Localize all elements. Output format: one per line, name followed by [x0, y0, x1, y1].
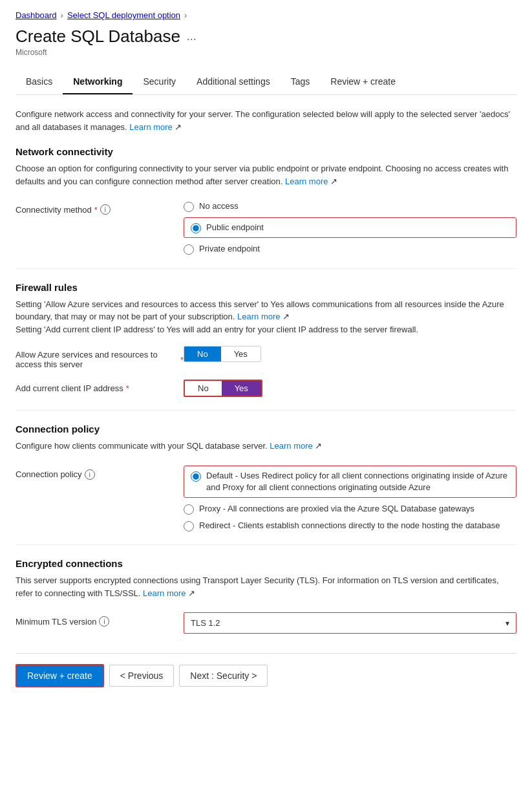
connection-policy-label: Connection policy i [16, 466, 184, 480]
radio-redirect-policy-label: Redirect - Clients establish connections… [199, 520, 500, 531]
page-title: Create SQL Database [16, 27, 180, 47]
radio-proxy-policy-label: Proxy - All connections are proxied via … [199, 503, 474, 515]
encrypted-connections-desc: This server supports encrypted connectio… [16, 574, 516, 599]
connectivity-radio-group: No access Public endpoint Private endpoi… [184, 200, 516, 255]
tls-version-control: TLS 1.0 TLS 1.1 TLS 1.2 ▾ [184, 612, 516, 634]
allow-azure-yes-btn[interactable]: Yes [221, 347, 261, 361]
firewall-learn-more[interactable]: Learn more [237, 312, 280, 321]
connection-policy-info[interactable]: i [85, 469, 95, 480]
breadcrumb-dashboard[interactable]: Dashboard [16, 10, 57, 20]
tab-bar: Basics Networking Security Additional se… [16, 70, 516, 95]
radio-public-endpoint-label: Public endpoint [206, 222, 264, 233]
radio-default-policy-label: Default - Uses Redirect policy for all c… [206, 470, 509, 493]
connection-policy-control: Default - Uses Redirect policy for all c… [184, 466, 516, 532]
tab-networking[interactable]: Networking [63, 70, 133, 94]
radio-redirect-policy[interactable]: Redirect - Clients establish connections… [184, 520, 516, 531]
network-connectivity-learn-more[interactable]: Learn more [285, 177, 328, 186]
radio-no-access-label: No access [199, 200, 239, 212]
tls-version-select[interactable]: TLS 1.0 TLS 1.1 TLS 1.2 [184, 613, 516, 633]
firewall-rules-title: Firewall rules [16, 282, 516, 293]
add-client-ip-yes-btn[interactable]: Yes [222, 381, 261, 396]
divider-1 [16, 268, 516, 269]
allow-azure-label: Allow Azure services and resources to ac… [16, 346, 184, 369]
connection-policy-row: Connection policy i Default - Uses Redir… [16, 466, 516, 532]
connectivity-method-control: No access Public endpoint Private endpoi… [184, 200, 516, 255]
divider-2 [16, 410, 516, 411]
tls-version-select-wrapper: TLS 1.0 TLS 1.1 TLS 1.2 ▾ [184, 612, 516, 634]
breadcrumb: Dashboard › Select SQL deployment option… [16, 10, 516, 20]
tab-additional-settings[interactable]: Additional settings [186, 70, 281, 94]
tab-review-create[interactable]: Review + create [320, 70, 406, 94]
connection-policy-radio-group: Default - Uses Redirect policy for all c… [184, 466, 516, 532]
breadcrumb-deployment[interactable]: Select SQL deployment option [67, 10, 180, 20]
radio-private-endpoint-label: Private endpoint [199, 243, 260, 255]
connection-policy-title: Connection policy [16, 424, 516, 435]
add-client-ip-no-btn[interactable]: No [185, 381, 222, 396]
intro-learn-more-link[interactable]: Learn more [129, 122, 172, 132]
footer-bar: Review + create < Previous Next : Securi… [16, 653, 516, 698]
allow-azure-no-btn[interactable]: No [184, 347, 221, 361]
tls-version-row: Minimum TLS version i TLS 1.0 TLS 1.1 TL… [16, 612, 516, 634]
tab-security[interactable]: Security [133, 70, 186, 94]
page-subtitle: Microsoft [16, 48, 516, 57]
connectivity-method-label: Connectivity method * i [16, 200, 184, 215]
connectivity-method-info[interactable]: i [100, 204, 111, 215]
add-client-ip-row: Add current client IP address * No Yes [16, 380, 516, 397]
encrypted-learn-more[interactable]: Learn more [143, 588, 186, 598]
network-connectivity-title: Network connectivity [16, 146, 516, 157]
allow-azure-control: No Yes [184, 346, 516, 362]
radio-default-policy[interactable]: Default - Uses Redirect policy for all c… [184, 466, 516, 498]
networking-intro: Configure network access and connectivit… [16, 108, 516, 133]
radio-private-endpoint[interactable]: Private endpoint [184, 243, 516, 255]
connectivity-method-row: Connectivity method * i No access Public… [16, 200, 516, 255]
previous-button[interactable]: < Previous [109, 665, 175, 687]
encrypted-connections-title: Encrypted connections [16, 558, 516, 569]
add-client-ip-label: Add current client IP address * [16, 380, 184, 393]
title-ellipsis[interactable]: ... [187, 30, 197, 43]
allow-azure-toggle[interactable]: No Yes [184, 346, 261, 362]
firewall-desc: Setting 'Allow Azure services and resour… [16, 298, 516, 336]
divider-3 [16, 544, 516, 545]
tab-tags[interactable]: Tags [281, 70, 321, 94]
tls-version-info[interactable]: i [99, 616, 109, 627]
tls-version-label: Minimum TLS version i [16, 612, 184, 627]
allow-azure-row: Allow Azure services and resources to ac… [16, 346, 516, 369]
connection-policy-desc: Configure how clients communicate with y… [16, 440, 516, 453]
add-client-ip-control: No Yes [184, 380, 516, 397]
add-client-ip-toggle[interactable]: No Yes [184, 380, 262, 397]
network-connectivity-desc: Choose an option for configuring connect… [16, 162, 516, 188]
radio-no-access[interactable]: No access [184, 200, 516, 212]
connection-policy-learn-more[interactable]: Learn more [270, 441, 312, 451]
radio-public-endpoint[interactable]: Public endpoint [184, 217, 516, 238]
radio-proxy-policy[interactable]: Proxy - All connections are proxied via … [184, 503, 516, 515]
next-security-button[interactable]: Next : Security > [179, 665, 268, 687]
review-create-button[interactable]: Review + create [16, 664, 104, 687]
page-title-area: Create SQL Database ... [16, 27, 516, 47]
tab-basics[interactable]: Basics [16, 70, 63, 94]
